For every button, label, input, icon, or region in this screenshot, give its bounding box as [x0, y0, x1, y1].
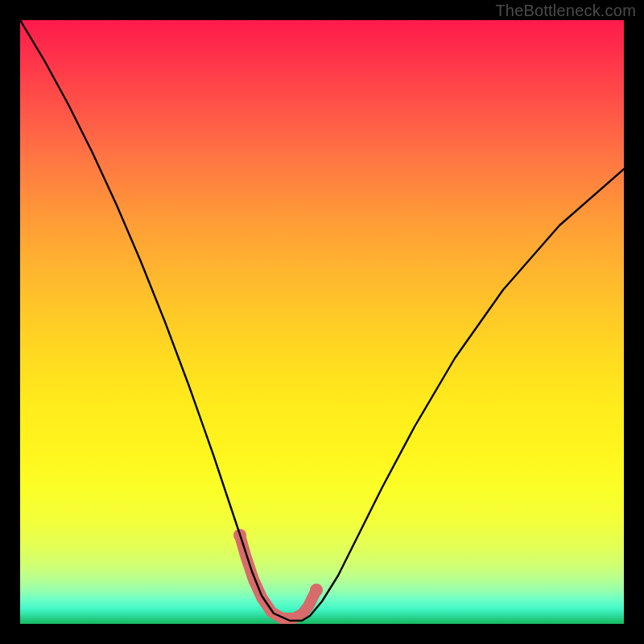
main-curve — [20, 20, 624, 621]
watermark-text: TheBottleneck.com — [495, 2, 636, 20]
chart-frame: TheBottleneck.com — [0, 0, 644, 644]
highlight-endpoint-right — [310, 584, 323, 597]
plot-area — [20, 20, 624, 624]
highlight-segment — [240, 535, 316, 618]
curve-layer — [20, 20, 624, 624]
